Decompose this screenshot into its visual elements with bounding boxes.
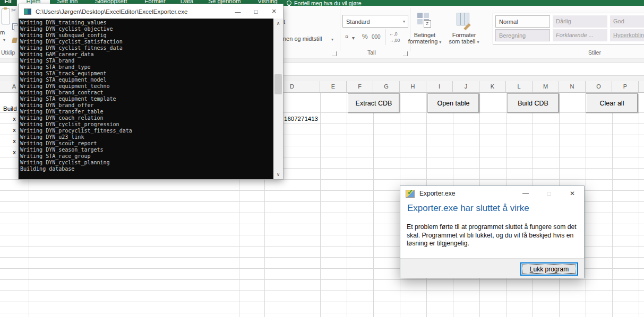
minimize-icon[interactable]: — — [229, 8, 247, 15]
style-cell[interactable]: God — [610, 15, 644, 28]
console-window: C:\Users\Jørgen\Desktop\ExcelEditor\Exce… — [19, 4, 283, 179]
style-cell[interactable]: Hyperkobling — [610, 29, 644, 41]
console-line: Writing DYN_cyclist_planning — [20, 160, 273, 166]
ribbon-tab[interactable]: Fil — [0, 0, 16, 6]
close-icon[interactable]: ✕ — [265, 8, 283, 15]
percent-style-icon[interactable]: % — [362, 33, 368, 40]
format-as-table-button[interactable]: Formater som tabell ▾ — [442, 32, 486, 45]
console-scrollbar[interactable]: ∧ ∨ — [273, 19, 283, 179]
accounting-format-icon[interactable]: ¤ — [345, 33, 348, 40]
merge-center-label-partial[interactable]: nen og midtstill — [283, 36, 322, 42]
copy-icon[interactable] — [12, 23, 18, 30]
style-cells: NormalDårligGodBeregningForklarende ...H… — [493, 13, 644, 44]
dialog-body-line: Et problem førte til at programmet slutt… — [407, 223, 579, 232]
increase-decimal-icon[interactable]: ←,0 — [389, 31, 398, 37]
icon-separator — [385, 29, 386, 45]
dialog-heading: Exporter.exe har sluttet å virke — [407, 203, 529, 214]
console-line: Writing DYN_season_targets — [20, 147, 273, 153]
table-icon — [457, 13, 469, 25]
paste-label-partial[interactable]: m — [0, 29, 5, 36]
sheet-macro-button[interactable]: Build CDB — [507, 93, 559, 113]
console-line: Writing DYN_procyclist_fitness_data — [20, 128, 273, 134]
style-cell[interactable]: Dårlig — [553, 15, 607, 28]
conditional-formatting-label-1: Betinget — [402, 32, 447, 38]
close-program-button[interactable]: Lukk program — [521, 263, 578, 275]
number-group-label: Tall — [367, 49, 376, 56]
scrollbar-thumb[interactable] — [274, 74, 282, 94]
conditional-formatting-button[interactable]: Betinget formatering ▾ — [402, 32, 447, 45]
console-line: Writing DYN_u23_link — [20, 134, 273, 140]
gridline — [373, 93, 374, 317]
scroll-up-icon[interactable]: ∧ — [273, 20, 283, 27]
dropdown-icon: ▾ — [439, 40, 441, 45]
decrease-decimal-icon[interactable]: →,00 — [389, 38, 400, 43]
console-title-bar[interactable]: C:\Users\Jørgen\Desktop\ExcelEditor\Exce… — [19, 4, 283, 19]
clipboard-group-label: Utklip — [1, 49, 15, 56]
merge-center-dropdown-icon[interactable]: ▾ — [331, 37, 333, 42]
comma-style-icon[interactable]: 000 — [372, 34, 381, 40]
dialog-body: Et problem førte til at programmet slutt… — [407, 223, 579, 248]
paste-dropdown-icon[interactable]: ▾ — [3, 38, 5, 42]
column-header[interactable]: K — [479, 81, 506, 92]
sheet-macro-button[interactable]: Extract CDB — [348, 93, 400, 113]
column-header[interactable]: N — [559, 81, 586, 92]
style-cell[interactable]: Normal — [495, 15, 550, 28]
number-format-select[interactable]: Standard ▾ — [342, 15, 408, 28]
wrap-text-label-partial[interactable]: t — [284, 19, 285, 25]
console-line: Writing STA_brand_type — [20, 64, 273, 71]
console-line: Writing DYN_scout_report — [20, 140, 273, 147]
maximize-icon: □ — [537, 190, 561, 197]
cut-icon[interactable]: ✂ — [11, 7, 16, 14]
screen: FilHjemSett innSideoppsettFormlerDataSe … — [0, 0, 644, 317]
conditional-formatting-icon: ≠ — [417, 13, 430, 27]
console-line: Writing DYN_brand_contract — [20, 90, 273, 96]
style-cell[interactable]: Beregning — [495, 29, 550, 41]
close-icon[interactable]: ✕ — [561, 190, 584, 197]
accounting-dropdown-icon[interactable]: ▾ — [352, 35, 355, 41]
console-line: Writing STA_track_equipment — [20, 71, 273, 77]
format-painter-icon[interactable] — [12, 38, 18, 43]
gridline — [586, 93, 586, 317]
cell-styles-gallery: NormalDårligGodBeregningForklarende ...H… — [493, 13, 644, 45]
paste-clipboard-icon[interactable] — [2, 8, 10, 24]
number-format-value: Standard — [346, 19, 370, 25]
console-line: Writing DYN_training_values — [20, 20, 273, 26]
console-line: Writing DYN_subsquad_config — [20, 32, 273, 39]
console-title: C:\Users\Jørgen\Desktop\ExcelEditor\Exce… — [36, 8, 229, 15]
dialog-footer: Lukk program — [400, 258, 584, 278]
alignment-dialog-launcher-icon[interactable] — [332, 51, 337, 56]
column-header[interactable]: O — [586, 81, 612, 92]
dialog-body-line: skal. Programmet vil bli lukket, og du v… — [407, 232, 579, 240]
column-header[interactable]: I — [426, 81, 453, 92]
dialog-app-icon: ✓ — [406, 190, 415, 198]
column-header[interactable]: F — [347, 81, 373, 92]
console-line: Writing DYN_brand_offer — [20, 102, 273, 109]
group-separator — [410, 8, 410, 51]
dialog-title-bar[interactable]: ✓ Exporter.exe — □ ✕ — [400, 186, 584, 201]
console-line: Writing DYN_transfer_table — [20, 109, 273, 115]
gridline — [320, 93, 321, 317]
sheet-macro-button[interactable]: Open table — [427, 93, 479, 113]
number-dialog-launcher-icon[interactable] — [403, 51, 408, 56]
minimize-icon[interactable]: — — [514, 190, 537, 197]
console-line: Writing DYN_equipment_techno — [20, 83, 273, 90]
sheet-macro-button[interactable]: Clear all — [586, 93, 638, 113]
column-header[interactable]: P — [612, 81, 639, 92]
gridline — [347, 93, 347, 317]
tell-me-label: Fortell meg hva du vil gjøre — [294, 0, 362, 6]
dropdown-icon: ▾ — [477, 40, 479, 45]
console-line: Writing DYN_cyclist_objective — [20, 26, 273, 32]
column-header[interactable]: G — [373, 81, 400, 92]
column-header[interactable]: H — [400, 81, 426, 92]
column-header[interactable]: Q — [639, 81, 644, 92]
console-line: Writing DYN_cyclist_progression — [20, 121, 273, 128]
maximize-icon[interactable]: □ — [247, 8, 265, 15]
style-cell[interactable]: Forklarende ... — [553, 29, 607, 41]
scroll-down-icon[interactable]: ∨ — [273, 171, 283, 178]
column-header[interactable]: J — [453, 81, 479, 92]
column-header[interactable]: L — [506, 81, 533, 92]
column-header[interactable]: M — [533, 81, 559, 92]
column-header[interactable]: E — [320, 81, 347, 92]
tell-me-box[interactable]: Fortell meg hva du vil gjøre — [287, 0, 362, 6]
console-line: Writing DYN_coach_relation — [20, 115, 273, 121]
